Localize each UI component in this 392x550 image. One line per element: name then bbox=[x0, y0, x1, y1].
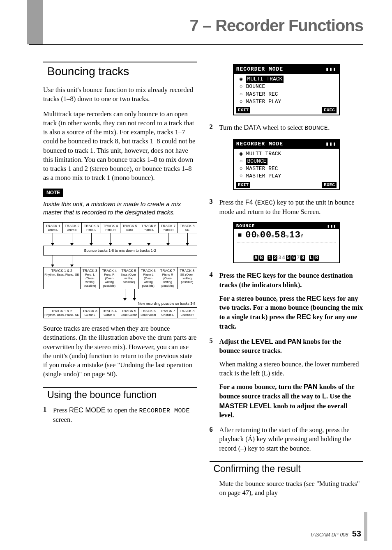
step-2: 2 Turn the DATA wheel to select BOUNCE. bbox=[210, 123, 364, 133]
heading-using-bounce: Using the bounce function bbox=[47, 389, 197, 400]
battery-icon: ▮▮▮ bbox=[325, 140, 336, 148]
footer-model: TASCAM DP-008 bbox=[310, 532, 348, 538]
diagram-row-2: TRACK 1 & 2Rhythm, Bass, Piano, SE TRACK… bbox=[43, 267, 197, 289]
confirming-body-wrap: Mute the bounce source tracks (see "Muti… bbox=[210, 479, 364, 498]
heading-bouncing-tracks: Bouncing tracks bbox=[47, 65, 197, 78]
bounce-diagram: TRACK 1Drum L TRACK 2Drum R TRACK 3Perc.… bbox=[43, 222, 197, 318]
lcd-exec-button: EXEC bbox=[322, 107, 336, 113]
source-tracks-paragraph: Source tracks are erased when they are b… bbox=[43, 324, 197, 379]
lcd-bounce-home: BOUNCE▮▮▮ ■ 00h00m58s13f AB 12345678 LR bbox=[233, 222, 340, 263]
step-2-text: Turn the DATA wheel to select BOUNCE. bbox=[219, 123, 364, 133]
battery-icon: ▮▮▮ bbox=[327, 223, 337, 229]
intro-paragraph-1: Use this unit's bounce function to mix a… bbox=[43, 85, 197, 104]
intro-paragraph-2: Multitrack tape recorders can only bounc… bbox=[43, 110, 197, 183]
step-3-text: Press the F4 (EXEC) key to put the unit … bbox=[219, 198, 364, 217]
diagram-new-label: New recording possible on tracks 3-8 bbox=[43, 301, 197, 307]
step-number-3: 3 bbox=[210, 198, 215, 217]
lcd-exec-button: EXEC bbox=[322, 182, 336, 188]
step-number-2: 2 bbox=[210, 123, 215, 133]
diagram-row-1: TRACK 1Drum L TRACK 2Drum R TRACK 3Perc.… bbox=[43, 222, 197, 233]
h2-rule-right bbox=[210, 461, 364, 462]
step-1: 1 Press REC MODE to open the RECORDER MO… bbox=[43, 405, 197, 425]
battery-icon: ▮▮▮ bbox=[325, 66, 336, 73]
page-number: 53 bbox=[352, 529, 361, 538]
h1-rule bbox=[43, 62, 197, 62]
step-1-text: Press REC MODE to open the RECORDER MODE… bbox=[53, 405, 197, 425]
note-body: Inside this unit, a mixdown is made to c… bbox=[43, 200, 197, 217]
step-number-1: 1 bbox=[43, 405, 49, 425]
note-tag: NOTE bbox=[43, 189, 63, 197]
right-column: RECORDER MODE▮▮▮ MULTI TRACK BOUNCE MAST… bbox=[210, 62, 364, 503]
top-rule bbox=[29, 44, 363, 45]
step-number-6: 6 bbox=[210, 426, 215, 453]
step-5: 5 Adjust the LEVEL and PAN knobs for the… bbox=[210, 337, 364, 420]
page-corner-tab bbox=[364, 512, 367, 541]
step-3: 3 Press the F4 (EXEC) key to put the uni… bbox=[210, 198, 364, 217]
diagram-row-3: TRACK 1 & 2Rhythm, Bass, Piano, SE TRACK… bbox=[43, 307, 197, 318]
step-6: 6 After returning to the start of the so… bbox=[210, 426, 364, 453]
diagram-arrows-2 bbox=[43, 255, 197, 267]
lcd-exit-button: EXIT bbox=[236, 107, 250, 113]
diagram-mix-label: Bounce tracks 1-8 to mix down to tracks … bbox=[43, 246, 197, 255]
h2-rule-left bbox=[43, 387, 197, 388]
header-gray-band bbox=[27, 0, 43, 44]
step-number-5: 5 bbox=[210, 337, 215, 420]
content-columns: Bouncing tracks Use this unit's bounce f… bbox=[43, 62, 363, 503]
lcd-recorder-mode-multitrack: RECORDER MODE▮▮▮ MULTI TRACK BOUNCE MAST… bbox=[233, 64, 340, 115]
step-4: 4 Press the REC keys for the bounce dest… bbox=[210, 271, 364, 331]
diagram-arrows-1 bbox=[43, 233, 197, 246]
diagram-arrows-3 bbox=[43, 289, 197, 301]
step-5-text: Adjust the LEVEL and PAN knobs for the b… bbox=[219, 337, 364, 420]
stop-icon: ■ bbox=[238, 232, 242, 239]
step-number-4: 4 bbox=[210, 271, 215, 331]
lcd-track-footer: AB 12345678 LR bbox=[234, 254, 339, 262]
lcd-exit-button: EXIT bbox=[236, 182, 250, 188]
heading-confirming-result: Confirming the result bbox=[214, 463, 364, 474]
lcd-recorder-mode-bounce: RECORDER MODE▮▮▮ MULTI TRACK BOUNCE MAST… bbox=[233, 139, 340, 190]
confirming-body: Mute the bounce source tracks (see "Muti… bbox=[219, 479, 364, 498]
step-4-text: Press the REC keys for the bounce destin… bbox=[219, 271, 364, 331]
chapter-title: 7 – Recorder Functions bbox=[189, 16, 363, 35]
left-column: Bouncing tracks Use this unit's bounce f… bbox=[43, 62, 197, 503]
page-footer: TASCAM DP-008 53 bbox=[310, 529, 361, 538]
step-6-text: After returning to the start of the song… bbox=[219, 426, 364, 453]
